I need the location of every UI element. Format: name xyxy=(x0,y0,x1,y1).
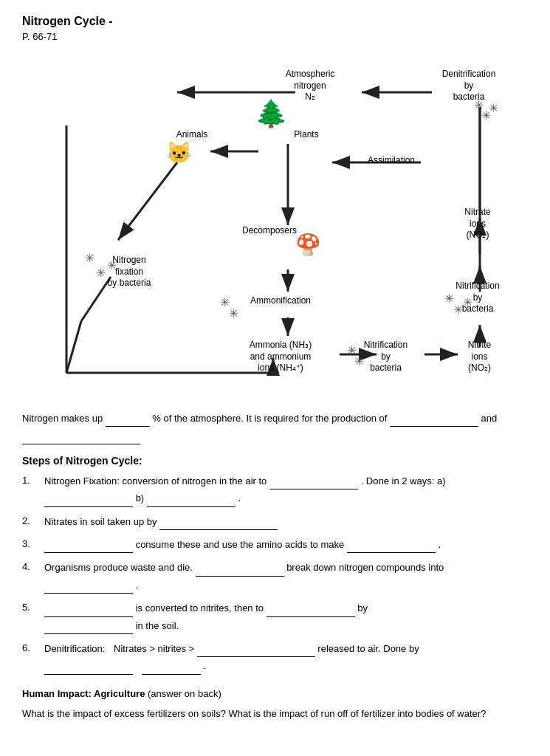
step-4: 4. Organisms produce waste and die. brea… xyxy=(22,559,528,594)
bug-icon-13: ✳︎ xyxy=(463,295,472,309)
fill-step1c xyxy=(147,495,236,507)
bug-icon-1: ✳︎ xyxy=(85,251,94,265)
fill-and xyxy=(22,433,140,444)
n-fixation-label: Nitrogen fixation by bacteria xyxy=(96,255,162,289)
page: Nitrogen Cycle - P. 66-71 xyxy=(0,0,550,756)
animals-label: Animals xyxy=(170,129,214,141)
fill-step5b xyxy=(267,605,355,617)
makes-up-line: Nitrogen makes up % of the atmosphere. I… xyxy=(22,410,528,444)
bug-icon-5: ✳︎ xyxy=(229,306,238,320)
step-6: 6. Denitrification: Nitrates > nitrites … xyxy=(22,640,528,675)
denitrification-top-label: Denitrification by bacteria xyxy=(432,69,506,103)
human-impact-section: Human Impact: Agriculture (answer on bac… xyxy=(22,685,528,723)
bug-icon-10: ✳︎ xyxy=(489,101,498,115)
nitrate-ions-label: Nitrate ions (NO₂) xyxy=(448,207,507,241)
step-2: 2. Nitrates in soil taken up by xyxy=(22,513,528,530)
page-subtitle: P. 66-71 xyxy=(22,31,528,42)
steps-title: Steps of Nitrogen Cycle: xyxy=(22,455,528,467)
svg-line-11 xyxy=(118,162,177,240)
fill-step1a xyxy=(269,478,358,489)
ammonification-label: Ammonification xyxy=(240,295,321,307)
fill-percent xyxy=(106,415,150,427)
fill-step6a xyxy=(197,645,315,657)
fill-step2 xyxy=(159,518,278,530)
fill-step3b xyxy=(347,541,436,553)
bug-icon-7: ✳︎ xyxy=(354,354,364,368)
fill-step1b xyxy=(44,495,133,507)
bug-icon-2: ✳︎ xyxy=(96,266,106,280)
nitrite-ions-label: Nitrite ions (NO₂) xyxy=(452,340,507,374)
bug-icon-12: ✳︎ xyxy=(453,303,463,317)
fill-step6b xyxy=(44,663,133,675)
tree-icon: 🌲 xyxy=(255,98,288,129)
animal-icon: 🐱 xyxy=(166,140,192,165)
bottom-section: Nitrogen makes up % of the atmosphere. I… xyxy=(22,410,528,722)
step-1: 1. Nitrogen Fixation: conversion of nitr… xyxy=(22,472,528,507)
fill-step3a xyxy=(44,541,133,553)
step-3: 3. consume these and use the amino acids… xyxy=(22,536,528,553)
fill-step5a xyxy=(44,605,133,617)
fill-step5c xyxy=(44,622,133,634)
page-title: Nitrogen Cycle - xyxy=(22,15,528,28)
fill-step4b xyxy=(44,582,133,594)
fill-step6c xyxy=(142,663,201,675)
nitrogen-cycle-diagram: Atmospheric nitrogen N₂ Denitrification … xyxy=(22,48,528,402)
step-5: 5. is converted to nitrites, then to by … xyxy=(22,599,528,634)
mushroom-icon: 🍄 xyxy=(295,233,321,257)
decomposers-label: Decomposers xyxy=(240,225,299,237)
plants-label: Plants xyxy=(288,129,325,141)
fill-production xyxy=(390,415,478,427)
fill-step4a xyxy=(196,565,284,577)
ammonia-label: Ammonia (NH₃) and ammonium ions (NH₄⁺) xyxy=(233,340,329,374)
svg-line-21 xyxy=(66,321,81,373)
assimilation-label: Assimilation xyxy=(358,155,424,167)
bug-icon-3: ✳︎ xyxy=(107,258,117,272)
